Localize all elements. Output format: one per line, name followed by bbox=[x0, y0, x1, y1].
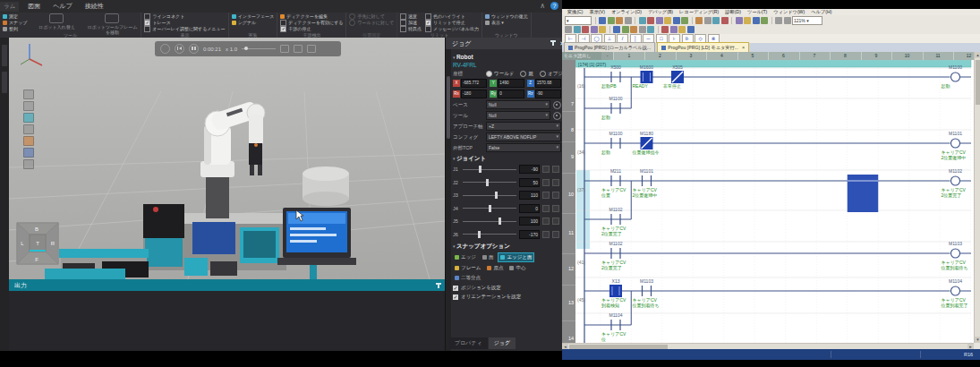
element-select-icon[interactable] bbox=[574, 26, 581, 33]
joint-step-button[interactable] bbox=[552, 192, 559, 199]
watch-window-icon[interactable] bbox=[613, 26, 620, 33]
intelligent-monitor-icon[interactable] bbox=[622, 26, 629, 33]
write-to-plc-icon[interactable] bbox=[736, 17, 743, 24]
cross-reference-icon[interactable] bbox=[761, 17, 768, 24]
row-number[interactable]: 9 bbox=[571, 154, 574, 159]
joint-step-button[interactable] bbox=[542, 231, 550, 238]
pin-icon[interactable] bbox=[552, 40, 554, 46]
joint-step-button[interactable] bbox=[542, 218, 550, 225]
panel-tab[interactable]: プロパティ bbox=[449, 337, 488, 349]
save-icon[interactable] bbox=[616, 17, 623, 24]
signal-icon[interactable] bbox=[307, 45, 316, 53]
vertical-scrollbar[interactable]: ▴ ▾ bbox=[974, 52, 980, 343]
note-display-icon[interactable] bbox=[687, 26, 695, 33]
document-tab[interactable]: ProgPou [PRG] [ローカルラベル設... bbox=[564, 42, 655, 52]
ribbon-check[interactable]: ディテクターを有効にする bbox=[280, 20, 343, 25]
find-icon[interactable] bbox=[681, 17, 688, 24]
render-mode-icon[interactable] bbox=[23, 113, 34, 123]
jog-scrollbar[interactable] bbox=[446, 49, 451, 351]
ribbon-check[interactable]: 特異点 bbox=[400, 26, 422, 31]
gear-icon[interactable] bbox=[553, 101, 561, 109]
paste-icon[interactable] bbox=[656, 17, 663, 24]
monitor-start-icon[interactable] bbox=[704, 17, 712, 24]
pose-field[interactable]: Z1570.68 bbox=[527, 79, 561, 88]
dock-tab-2[interactable] bbox=[2, 72, 7, 93]
ribbon-check[interactable]: 色のハイライト bbox=[425, 13, 479, 19]
monitor-stop-icon[interactable] bbox=[712, 17, 720, 24]
coord-radio[interactable]: 親 bbox=[520, 71, 533, 77]
ribbon-button[interactable]: インターフェース bbox=[232, 13, 275, 19]
zoom-level-combo[interactable]: 121% ▾ bbox=[792, 16, 822, 25]
grid-toggle-icon[interactable] bbox=[23, 148, 34, 158]
select-box-icon[interactable] bbox=[23, 101, 34, 111]
zoom-in-icon[interactable] bbox=[784, 17, 791, 24]
joint-step-button[interactable] bbox=[552, 179, 559, 186]
jog-checkbox[interactable]: ✓ポジションを設定 bbox=[453, 285, 561, 291]
row-number[interactable]: 12 bbox=[568, 266, 574, 271]
pose-field[interactable]: Y1490 bbox=[490, 79, 524, 88]
jog-robot-section-header[interactable]: Robot bbox=[453, 54, 561, 60]
ribbon-check[interactable]: ✓干渉の停止 bbox=[280, 26, 343, 31]
undo-icon[interactable] bbox=[664, 17, 671, 24]
pin-icon[interactable] bbox=[438, 283, 439, 288]
device-test-icon[interactable] bbox=[721, 17, 729, 24]
ribbon-check[interactable]: ✓トレース bbox=[144, 20, 225, 25]
ribbon-check[interactable]: 速度 bbox=[400, 13, 422, 19]
nav-cube[interactable]: B L T R F bbox=[16, 222, 59, 265]
playback-settings-icon[interactable] bbox=[160, 44, 170, 54]
joint-slider[interactable] bbox=[463, 221, 516, 222]
joint-step-button[interactable] bbox=[542, 205, 550, 212]
menu-item[interactable]: ヘルプ bbox=[53, 2, 72, 11]
ribbon-button[interactable]: 測定 bbox=[3, 13, 27, 19]
cut-icon[interactable] bbox=[639, 17, 646, 24]
toolbar-combo[interactable]: ▾ bbox=[565, 16, 592, 25]
joint-step-button[interactable] bbox=[552, 218, 559, 225]
joint-step-button[interactable] bbox=[552, 205, 559, 212]
ribbon-check[interactable]: メッセージパネル出力 bbox=[425, 26, 479, 31]
print-icon[interactable] bbox=[625, 17, 632, 24]
snap-option[interactable]: フレーム bbox=[453, 264, 482, 272]
ribbon-button[interactable]: 整列 bbox=[3, 26, 27, 31]
program-check-icon[interactable] bbox=[630, 26, 637, 33]
coord-radio[interactable]: ワールド bbox=[486, 71, 514, 77]
joint-step-button[interactable] bbox=[552, 166, 559, 173]
comment-display-icon[interactable] bbox=[670, 26, 677, 33]
row-number[interactable]: 10 bbox=[568, 192, 574, 197]
snap-option[interactable]: エッジ bbox=[453, 252, 478, 262]
help-icon[interactable]: ? bbox=[550, 2, 558, 10]
jog-checkbox[interactable]: ✓オリエンテーションを設定 bbox=[453, 294, 561, 300]
ribbon-button[interactable]: シグナル bbox=[232, 20, 275, 25]
row-number[interactable]: 11 bbox=[568, 230, 574, 235]
joint-slider[interactable] bbox=[463, 208, 516, 209]
dock-tab-1[interactable] bbox=[2, 45, 7, 66]
3d-viewport[interactable]: 0:00:21 x 1.0 bbox=[9, 38, 445, 279]
redo-icon[interactable] bbox=[673, 17, 680, 24]
ribbon-button[interactable]: 表示 ▾ bbox=[485, 20, 528, 25]
read-from-plc-icon[interactable] bbox=[744, 17, 751, 24]
pose-field[interactable]: Ry0 bbox=[490, 90, 524, 98]
ribbon-radio[interactable]: 手先に対して bbox=[349, 13, 394, 19]
scale-cell[interactable]: - bbox=[601, 52, 614, 60]
build-icon[interactable] bbox=[639, 26, 646, 33]
row-number[interactable]: 8 bbox=[571, 127, 574, 132]
joint-step-button[interactable] bbox=[542, 179, 550, 186]
statement-display-icon[interactable] bbox=[678, 26, 686, 33]
jog-snap-section-header[interactable]: スナップオプション bbox=[453, 243, 561, 251]
row-number[interactable]: 7 bbox=[571, 101, 574, 107]
pause-icon[interactable] bbox=[189, 44, 199, 54]
jog-select[interactable]: False bbox=[486, 143, 561, 152]
menu-partial-tab[interactable]: ラム bbox=[0, 2, 19, 12]
copy-icon[interactable] bbox=[647, 17, 654, 24]
ribbon-collapse-icon[interactable]: ∧ bbox=[540, 2, 545, 10]
playback-slider[interactable] bbox=[242, 48, 276, 49]
joint-step-button[interactable] bbox=[542, 166, 550, 173]
snap-option[interactable]: 中心 bbox=[507, 264, 527, 272]
online-change-icon[interactable] bbox=[661, 26, 669, 33]
joint-slider[interactable] bbox=[463, 195, 516, 196]
ladder-row-gutter[interactable]: 789101112131415 bbox=[562, 60, 575, 343]
joint-slider[interactable] bbox=[463, 182, 516, 183]
ribbon-check[interactable]: オーバーレイ調整に関するメニュー bbox=[144, 26, 225, 31]
plc-menu-item[interactable]: レコーディング(R) bbox=[679, 9, 719, 15]
ribbon-check[interactable]: ✓リミットで停止 bbox=[425, 20, 479, 25]
snap-option[interactable]: 面 bbox=[481, 252, 496, 262]
